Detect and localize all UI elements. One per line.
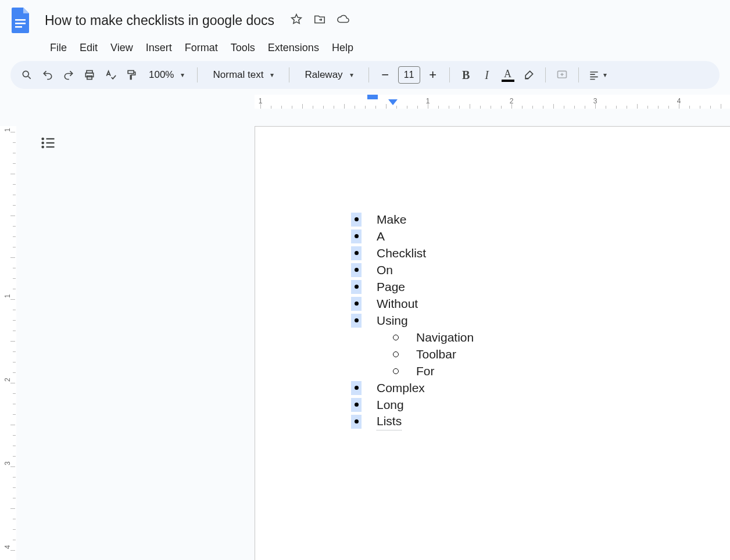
- list-item[interactable]: For: [351, 362, 474, 379]
- list-item[interactable]: Long: [351, 396, 474, 413]
- bullet-filled-icon: [351, 246, 362, 260]
- svg-point-3: [23, 71, 28, 77]
- list-item-text[interactable]: Using: [377, 312, 408, 329]
- list-item[interactable]: Lists: [351, 413, 474, 430]
- list-item-text[interactable]: Make: [377, 211, 406, 228]
- print-icon[interactable]: [80, 66, 99, 84]
- increase-font-size-button[interactable]: +: [424, 66, 442, 84]
- bullet-hollow-icon: [391, 335, 401, 340]
- align-dropdown[interactable]: ▾: [586, 66, 609, 84]
- ruler-number: 4: [3, 545, 12, 549]
- menu-format[interactable]: Format: [179, 40, 224, 56]
- spellcheck-icon[interactable]: [101, 66, 120, 84]
- list-item[interactable]: A: [351, 228, 474, 245]
- list-item[interactable]: Using: [351, 312, 474, 329]
- list-item[interactable]: Page: [351, 278, 474, 295]
- svg-rect-14: [46, 146, 55, 148]
- outline-toggle-icon[interactable]: [38, 133, 58, 153]
- chevron-down-icon: ▾: [270, 71, 274, 79]
- svg-rect-0: [15, 19, 26, 21]
- text-color-button[interactable]: A: [499, 66, 517, 84]
- menu-view[interactable]: View: [105, 40, 139, 56]
- bullet-filled-icon: [351, 381, 362, 395]
- italic-button[interactable]: I: [478, 66, 496, 84]
- list-item-text[interactable]: Checklist: [377, 245, 426, 261]
- insert-comment-button[interactable]: [553, 66, 571, 84]
- horizontal-ruler[interactable]: 1 1 2 3 4: [16, 95, 730, 109]
- menu-tools[interactable]: Tools: [225, 40, 261, 56]
- list-item[interactable]: Toolbar: [351, 346, 474, 362]
- separator: [578, 67, 579, 82]
- chevron-down-icon: ▾: [603, 71, 607, 79]
- document-title[interactable]: How to make checklists in google docs: [42, 11, 277, 30]
- list-item-text[interactable]: For: [416, 362, 435, 379]
- cloud-status-icon[interactable]: [337, 13, 349, 28]
- redo-icon[interactable]: [59, 66, 78, 84]
- chevron-down-icon: ▾: [181, 71, 184, 79]
- separator: [368, 67, 369, 82]
- zoom-dropdown[interactable]: 100% ▾: [143, 66, 190, 84]
- list-item-text[interactable]: Page: [377, 278, 405, 295]
- svg-rect-7: [128, 71, 134, 74]
- paragraph-style-dropdown[interactable]: Normal text ▾: [205, 66, 282, 84]
- ruler-number: 1: [3, 128, 12, 132]
- document-content[interactable]: MakeAChecklistOnPageWithoutUsingNavigati…: [351, 211, 474, 430]
- menu-edit[interactable]: Edit: [74, 40, 103, 56]
- move-icon[interactable]: [313, 13, 326, 28]
- list-item-text[interactable]: Without: [377, 295, 418, 312]
- highlight-color-button[interactable]: [520, 66, 538, 84]
- list-item[interactable]: Checklist: [351, 245, 474, 261]
- menu-help[interactable]: Help: [326, 40, 359, 56]
- menu-bar: File Edit View Insert Format Tools Exten…: [9, 36, 721, 61]
- bullet-filled-icon: [351, 263, 362, 277]
- list-item-text[interactable]: Complex: [377, 379, 425, 396]
- bullet-filled-icon: [351, 398, 362, 412]
- docs-logo-icon[interactable]: [9, 5, 33, 36]
- bullet-filled-icon: [351, 415, 362, 429]
- svg-rect-1: [15, 23, 26, 24]
- paint-format-icon[interactable]: [122, 66, 141, 84]
- ruler-number: 2: [3, 378, 12, 382]
- bullet-hollow-icon: [391, 351, 401, 357]
- list-item-text[interactable]: Lists: [377, 412, 402, 430]
- bullet-hollow-icon: [391, 368, 401, 374]
- bullet-filled-icon: [351, 280, 362, 294]
- separator: [197, 67, 198, 82]
- list-item-text[interactable]: Long: [377, 396, 404, 413]
- list-item-text[interactable]: A: [377, 228, 385, 245]
- separator: [289, 67, 289, 82]
- outline-panel-collapsed: [16, 109, 241, 560]
- bullet-filled-icon: [351, 314, 362, 328]
- list-item[interactable]: On: [351, 261, 474, 278]
- first-line-indent-marker[interactable]: [367, 95, 378, 99]
- list-item[interactable]: Navigation: [351, 329, 474, 346]
- undo-icon[interactable]: [38, 66, 57, 84]
- left-indent-marker[interactable]: [388, 99, 398, 105]
- svg-point-11: [41, 142, 44, 145]
- font-size-input[interactable]: 11: [398, 66, 420, 84]
- list-item[interactable]: Without: [351, 295, 474, 312]
- star-icon[interactable]: [290, 13, 303, 28]
- svg-point-9: [41, 138, 44, 141]
- font-dropdown[interactable]: Raleway ▾: [296, 66, 361, 84]
- vertical-ruler[interactable]: 1 1 2 3 4: [0, 109, 16, 560]
- list-item-text[interactable]: Toolbar: [416, 346, 456, 362]
- list-item-text[interactable]: Navigation: [416, 329, 474, 346]
- svg-rect-12: [46, 142, 55, 143]
- toolbar: 100% ▾ Normal text ▾ Raleway ▾ − 11 + B …: [10, 61, 720, 89]
- decrease-font-size-button[interactable]: −: [376, 66, 395, 84]
- list-item[interactable]: Make: [351, 211, 474, 228]
- svg-rect-10: [46, 138, 55, 139]
- list-item[interactable]: Complex: [351, 379, 474, 396]
- svg-rect-2: [15, 26, 22, 28]
- search-icon[interactable]: [17, 66, 36, 84]
- bold-button[interactable]: B: [457, 66, 475, 84]
- menu-file[interactable]: File: [44, 40, 73, 56]
- font-value: Raleway: [305, 69, 342, 81]
- list-item-text[interactable]: On: [377, 261, 393, 278]
- bullet-filled-icon: [351, 297, 362, 311]
- menu-extensions[interactable]: Extensions: [262, 40, 325, 56]
- document-page[interactable]: MakeAChecklistOnPageWithoutUsingNavigati…: [255, 126, 730, 560]
- menu-insert[interactable]: Insert: [140, 40, 178, 56]
- separator: [545, 67, 546, 82]
